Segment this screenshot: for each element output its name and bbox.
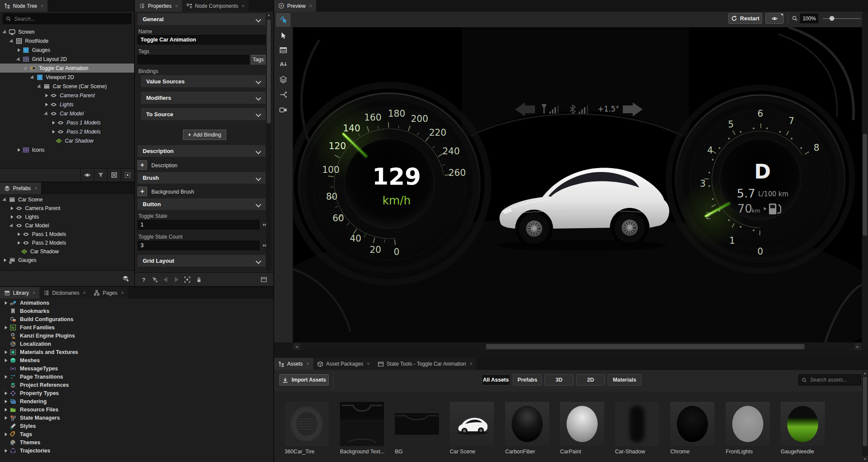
expander-icon[interactable] — [23, 66, 29, 71]
tab-library[interactable]: Library — [0, 287, 39, 299]
library-row-build-configurations[interactable]: Build Configurations — [0, 315, 273, 323]
filter-2d[interactable]: 2D — [576, 374, 605, 386]
close-icon[interactable] — [41, 3, 44, 9]
close-icon[interactable] — [121, 290, 124, 296]
tree-row-grid-layout[interactable]: Grid Layout 2D — [0, 54, 134, 64]
restart-button[interactable]: Restart — [728, 13, 762, 24]
asset-thumb-carpaint[interactable] — [560, 402, 604, 446]
tab-state-tools[interactable]: State Tools - Toggle Car Animation — [374, 358, 477, 370]
asset-thumb-car-scene[interactable] — [450, 402, 494, 446]
tab-asset-packages[interactable]: Asset Packages — [313, 358, 374, 370]
tab-pages[interactable]: Pages — [90, 287, 128, 299]
asset-thumb-frontlights[interactable] — [726, 402, 770, 446]
library-row-resource-files[interactable]: Resource Files — [0, 405, 273, 414]
interact-tool-button[interactable] — [276, 13, 291, 27]
add-prefab-button[interactable] — [118, 271, 134, 286]
add-binding-button[interactable]: +Add Binding — [183, 130, 226, 140]
visibility-button[interactable] — [766, 13, 784, 24]
expander-icon[interactable] — [44, 102, 49, 107]
assets-scrollbar[interactable]: ▲ ▼ — [862, 370, 868, 462]
section-value-sources[interactable]: Value Sources — [141, 75, 266, 87]
expander-icon[interactable] — [3, 358, 9, 363]
section-modifiers[interactable]: Modifiers — [141, 92, 266, 104]
prefab-row-pass-2-models[interactable]: Pass 2 Models — [0, 239, 134, 247]
expander-icon[interactable] — [3, 399, 9, 404]
tree-row-lights[interactable]: Lights — [0, 100, 134, 109]
tab-node-tree[interactable]: Node Tree — [0, 0, 48, 12]
library-row-tags[interactable]: Tags — [0, 430, 273, 438]
preview-vscrollbar[interactable] — [862, 12, 868, 350]
filter-button[interactable] — [94, 169, 107, 182]
library-row-localization[interactable]: Localization — [0, 340, 273, 348]
close-icon[interactable] — [34, 186, 37, 191]
expander-icon[interactable] — [3, 350, 9, 355]
scroll-down-arrow[interactable]: ▼ — [862, 456, 868, 462]
assets-search-input[interactable] — [809, 376, 858, 383]
expander-icon[interactable] — [44, 111, 49, 116]
prefab-row-pass-1-models[interactable]: Pass 1 Models — [0, 230, 134, 239]
expander-icon[interactable] — [10, 38, 15, 44]
library-row-project-references[interactable]: Project References — [0, 381, 273, 389]
layers-tool-button[interactable] — [276, 73, 291, 86]
show-hide-button[interactable] — [80, 169, 94, 182]
assets-search[interactable] — [798, 374, 861, 386]
asset-thumb-background-texture[interactable] — [340, 402, 384, 446]
prefab-row-gauges[interactable]: Gauges — [0, 256, 134, 264]
library-row-page-transitions[interactable]: Page Transitions — [0, 373, 273, 381]
close-icon[interactable] — [83, 290, 86, 296]
expander-icon[interactable] — [16, 57, 22, 62]
section-to-source[interactable]: To Source — [141, 108, 266, 120]
library-row-materials-and-textures[interactable]: Materials and Textures — [0, 348, 273, 356]
asset-thumb-car-shadow[interactable] — [615, 402, 659, 446]
close-icon[interactable] — [470, 361, 473, 366]
expander-icon[interactable] — [51, 120, 56, 125]
select-tool-button[interactable] — [276, 29, 291, 43]
tree-row-rootnode[interactable]: RootNode — [0, 36, 134, 45]
expander-icon[interactable] — [3, 415, 9, 421]
close-icon[interactable] — [367, 361, 370, 366]
split-tool-button[interactable] — [276, 88, 291, 102]
back-icon[interactable] — [163, 277, 167, 282]
tree-row-viewport-2d[interactable]: Viewport 2D — [0, 73, 134, 82]
close-icon[interactable] — [175, 3, 178, 9]
tab-prefabs[interactable]: Prefabs — [0, 182, 41, 194]
properties-scrollbar[interactable]: ▲ — [266, 12, 272, 271]
forward-icon[interactable] — [175, 277, 179, 282]
scroll-right-arrow[interactable]: ► — [854, 343, 861, 350]
expander-icon[interactable] — [3, 29, 8, 35]
tree-row-pass-1-models[interactable]: Pass 1 Models — [0, 118, 134, 127]
tab-assets[interactable]: Assets — [274, 358, 313, 370]
scroll-up-arrow[interactable]: ▲ — [862, 370, 868, 376]
expander-icon[interactable] — [3, 432, 9, 437]
node-tree-search[interactable] — [3, 13, 131, 24]
close-icon[interactable] — [306, 361, 309, 366]
section-button[interactable]: Button — [138, 198, 266, 210]
scrollbar-thumb[interactable] — [863, 134, 867, 236]
library-row-animations[interactable]: Animations — [0, 299, 273, 307]
prefab-row-lights[interactable]: Lights — [0, 213, 134, 221]
expander-icon[interactable] — [3, 197, 8, 202]
library-row-state-managers[interactable]: State Managers — [0, 414, 273, 422]
expander-icon[interactable] — [10, 214, 15, 220]
expander-icon[interactable] — [3, 300, 9, 306]
tab-dictionaries[interactable]: Dictionaries — [39, 287, 90, 299]
asset-thumb-gaugeneedle[interactable] — [781, 402, 825, 446]
library-row-messagetypes[interactable]: MessageTypes — [0, 364, 273, 373]
zoom-value[interactable]: 100% — [800, 13, 818, 23]
zoom-icon[interactable] — [791, 15, 798, 22]
scrollbar-thumb[interactable] — [267, 19, 271, 123]
asset-thumb-chrome[interactable] — [670, 402, 714, 446]
library-row-property-types[interactable]: Property Types — [0, 389, 273, 397]
close-icon[interactable] — [242, 3, 245, 9]
prefab-row-car-model[interactable]: Car Model — [0, 221, 134, 230]
close-icon[interactable] — [32, 290, 35, 296]
expander-icon[interactable] — [10, 223, 15, 228]
library-row-bookmarks[interactable]: Bookmarks — [0, 307, 273, 315]
tree-row-toggle-car-animation[interactable]: Toggle Car Animation — [0, 64, 134, 73]
expander-icon[interactable] — [44, 93, 49, 98]
expander-icon[interactable] — [10, 206, 15, 211]
tab-node-components[interactable]: Node Components — [182, 0, 249, 12]
zoom-slider-knob[interactable] — [830, 16, 834, 21]
preview-hscrollbar[interactable]: ◄ ► — [293, 343, 861, 350]
expander-icon[interactable] — [37, 84, 42, 89]
